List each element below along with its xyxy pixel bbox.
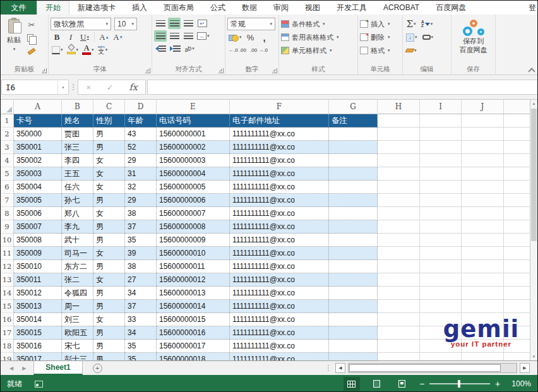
cell-E7[interactable]: 15600000006 (157, 194, 230, 207)
cell-A9[interactable]: 350007 (14, 220, 62, 234)
cell-K8[interactable] (504, 207, 531, 220)
cell-G1[interactable]: 备注 (329, 114, 378, 128)
cell-E10[interactable]: 15600000009 (157, 234, 230, 247)
cell-D11[interactable]: 39 (125, 247, 157, 260)
cell-K13[interactable] (504, 273, 531, 287)
cell-B6[interactable]: 任六 (62, 181, 93, 194)
cell-K5[interactable] (504, 167, 531, 181)
cell-J3[interactable] (462, 141, 504, 154)
formula-bar-splitter[interactable] (69, 84, 78, 90)
cell-K18[interactable] (504, 340, 531, 353)
row-header-13[interactable]: 13 (1, 273, 14, 287)
sign-in-button[interactable]: 登 (529, 1, 537, 15)
accounting-format-button[interactable]: ▾ (227, 32, 243, 43)
vertical-scroll-thumb[interactable] (531, 109, 537, 241)
page-layout-view-button[interactable] (369, 377, 385, 391)
column-header-C[interactable]: C (93, 100, 125, 114)
cell-B1[interactable]: 姓名 (62, 114, 93, 128)
cell-K9[interactable] (504, 220, 531, 234)
file-tab[interactable]: 文件 (1, 1, 37, 15)
cell-C6[interactable]: 女 (93, 181, 125, 194)
cell-J11[interactable] (462, 247, 504, 260)
cell-C4[interactable]: 女 (93, 154, 125, 167)
row-header-1[interactable]: 1 (1, 114, 14, 128)
tab-视图[interactable]: 视图 (297, 1, 328, 15)
row-header-8[interactable]: 8 (1, 207, 14, 220)
cell-G16[interactable] (329, 313, 378, 326)
cell-B7[interactable]: 孙七 (62, 194, 93, 207)
cell-D19[interactable]: 35 (125, 353, 157, 360)
row-header-19[interactable]: 19 (1, 353, 14, 360)
align-right-button[interactable] (182, 30, 194, 42)
cell-E5[interactable]: 15600000004 (157, 167, 230, 181)
cell-K16[interactable] (504, 313, 531, 326)
cell-J10[interactable] (462, 234, 504, 247)
row-header-17[interactable]: 17 (1, 326, 14, 340)
enter-icon[interactable]: ✓ (107, 83, 114, 92)
row-header-12[interactable]: 12 (1, 260, 14, 273)
paste-button[interactable]: 粘贴 ▾ (3, 16, 25, 65)
cell-K4[interactable] (504, 154, 531, 167)
cell-H4[interactable] (378, 154, 420, 167)
cell-D6[interactable]: 32 (125, 181, 157, 194)
tab-scroll-splitter[interactable] (324, 365, 333, 371)
cell-H19[interactable] (378, 353, 420, 360)
decrease-indent-button[interactable] (154, 43, 167, 54)
cell-E3[interactable]: 15600000002 (157, 141, 230, 154)
cell-F2[interactable]: 1111111111@xx.co (230, 128, 329, 141)
italic-button[interactable]: I (64, 32, 77, 43)
cell-K10[interactable] (504, 234, 531, 247)
tab-数据[interactable]: 数据 (234, 1, 265, 15)
cell-J19[interactable] (462, 353, 504, 360)
increase-indent-button[interactable] (169, 43, 182, 54)
cell-H2[interactable] (378, 128, 420, 141)
delete-cells-button[interactable]: 删除▾ (360, 32, 400, 43)
cell-E17[interactable]: 15600000016 (157, 326, 230, 340)
cell-A12[interactable]: 350010 (14, 260, 62, 273)
cell-F11[interactable]: 1111111111@xx.co (230, 247, 329, 260)
cell-F6[interactable]: 1111111111@xx.co (230, 181, 329, 194)
row-header-3[interactable]: 3 (1, 141, 14, 154)
cell-B10[interactable]: 武十 (62, 234, 93, 247)
phonetic-button[interactable]: wén文▾ (97, 44, 109, 56)
cell-G11[interactable] (329, 247, 378, 260)
cell-D12[interactable]: 38 (125, 260, 157, 273)
tab-开始[interactable]: 开始 (37, 1, 69, 15)
cell-B12[interactable]: 东方二 (62, 260, 93, 273)
cell-J8[interactable] (462, 207, 504, 220)
row-header-11[interactable]: 11 (1, 247, 14, 260)
shrink-font-button[interactable]: A▼ (112, 32, 124, 43)
cell-F1[interactable]: 电子邮件地址 (230, 114, 329, 128)
row-header-5[interactable]: 5 (1, 167, 14, 181)
cell-K7[interactable] (504, 194, 531, 207)
top-align-button[interactable] (154, 18, 167, 29)
cell-E9[interactable]: 15600000008 (157, 220, 230, 234)
cell-C3[interactable]: 男 (93, 141, 125, 154)
cell-A7[interactable]: 350005 (14, 194, 62, 207)
cell-E18[interactable]: 15600000017 (157, 340, 230, 353)
page-break-view-button[interactable] (394, 377, 410, 391)
cell-G19[interactable] (329, 353, 378, 360)
insert-cells-button[interactable]: 插入▾ (360, 18, 400, 30)
cell-D13[interactable]: 27 (125, 273, 157, 287)
cell-E13[interactable]: 15600000012 (157, 273, 230, 287)
cell-F17[interactable]: 1111111111@xx.co (230, 326, 329, 340)
cell-F18[interactable]: 1111111111@xx.co (230, 340, 329, 353)
row-header-18[interactable]: 18 (1, 340, 14, 353)
cell-H11[interactable] (378, 247, 420, 260)
align-center-button[interactable] (168, 30, 181, 42)
column-header-E[interactable]: E (157, 100, 230, 114)
cell-J15[interactable] (462, 300, 504, 313)
fill-color-button[interactable]: ▾ (66, 44, 80, 56)
font-name-select[interactable]: 微软雅黑▾ (51, 18, 111, 30)
autosum-button[interactable]: Σ▾ (405, 18, 417, 30)
cell-H5[interactable] (378, 167, 420, 181)
collapse-ribbon-icon[interactable] (529, 67, 534, 72)
borders-button[interactable]: ▾ (51, 44, 64, 56)
cell-I6[interactable] (420, 181, 462, 194)
cell-J18[interactable] (462, 340, 504, 353)
cell-H8[interactable] (378, 207, 420, 220)
cell-I3[interactable] (420, 141, 462, 154)
cell-G13[interactable] (329, 273, 378, 287)
save-to-netdisk-button[interactable]: 保存到百度网盘 (453, 16, 493, 55)
